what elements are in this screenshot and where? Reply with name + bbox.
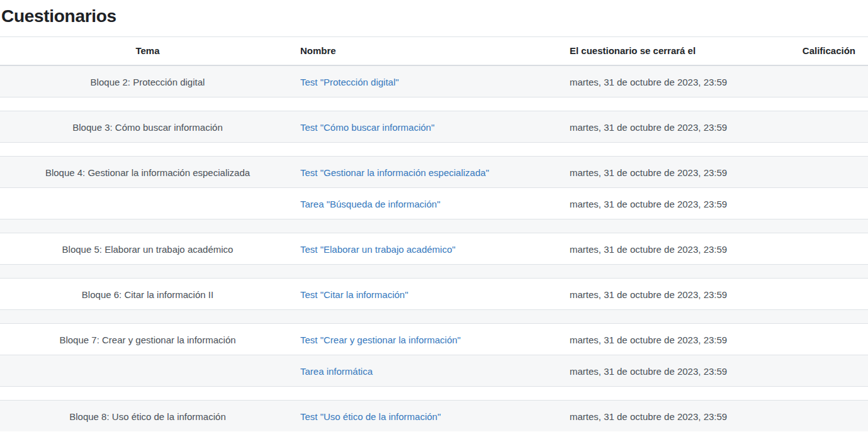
column-header-cierre: El cuestionario se cerrará el bbox=[565, 37, 743, 66]
cierre-cell: martes, 31 de octubre de 2023, 23:59 bbox=[565, 65, 743, 97]
cierre-cell: martes, 31 de octubre de 2023, 23:59 bbox=[565, 401, 743, 432]
activity-link[interactable]: Test "Crear y gestionar la información" bbox=[300, 335, 461, 345]
calificacion-cell bbox=[743, 65, 868, 97]
activity-link[interactable]: Test "Citar la información" bbox=[300, 289, 409, 300]
spacer-cell bbox=[0, 219, 868, 233]
nombre-cell: Test "Crear y gestionar la información" bbox=[295, 324, 565, 355]
calificacion-cell bbox=[743, 401, 868, 432]
activity-link[interactable]: Tarea "Búsqueda de información" bbox=[300, 199, 440, 209]
activity-link[interactable]: Tarea informática bbox=[300, 366, 373, 377]
tema-cell: Bloque 6: Citar la información II bbox=[0, 279, 295, 310]
nombre-cell: Test "Protección digital" bbox=[295, 65, 565, 97]
nombre-cell: Test "Elaborar un trabajo académico" bbox=[295, 233, 565, 265]
page-title: Cuestionarios bbox=[1, 6, 868, 27]
activity-link[interactable]: Test "Elaborar un trabajo académico" bbox=[300, 244, 456, 255]
calificacion-cell bbox=[743, 157, 868, 188]
spacer-cell bbox=[0, 387, 868, 401]
table-row: Bloque 7: Crear y gestionar la informaci… bbox=[0, 324, 868, 355]
spacer-row bbox=[0, 310, 868, 324]
table-row: Tarea "Búsqueda de información"martes, 3… bbox=[0, 188, 868, 219]
spacer-row bbox=[0, 143, 868, 157]
table-row: Bloque 6: Citar la información IITest "C… bbox=[0, 279, 868, 310]
tema-cell bbox=[0, 355, 295, 387]
calificacion-cell bbox=[743, 233, 868, 265]
activity-link[interactable]: Test "Gestionar la información especiali… bbox=[300, 167, 489, 178]
tema-cell: Bloque 2: Protección digital bbox=[0, 65, 295, 97]
activity-link[interactable]: Test "Uso ético de la información" bbox=[300, 411, 441, 422]
tema-cell: Bloque 5: Elaborar un trabajo académico bbox=[0, 233, 295, 265]
calificacion-cell bbox=[743, 324, 868, 355]
quiz-table: Tema Nombre El cuestionario se cerrará e… bbox=[0, 36, 868, 431]
tema-cell: Bloque 7: Crear y gestionar la informaci… bbox=[0, 324, 295, 355]
table-row: Bloque 4: Gestionar la información espec… bbox=[0, 157, 868, 188]
cierre-cell: martes, 31 de octubre de 2023, 23:59 bbox=[565, 233, 743, 265]
column-header-tema: Tema bbox=[0, 37, 295, 66]
calificacion-cell bbox=[743, 188, 868, 219]
cierre-cell: martes, 31 de octubre de 2023, 23:59 bbox=[565, 324, 743, 355]
quiz-table-body: Bloque 2: Protección digitalTest "Protec… bbox=[0, 65, 868, 431]
cierre-cell: martes, 31 de octubre de 2023, 23:59 bbox=[565, 355, 743, 387]
column-header-nombre: Nombre bbox=[295, 37, 565, 66]
calificacion-cell bbox=[743, 355, 868, 387]
cierre-cell: martes, 31 de octubre de 2023, 23:59 bbox=[565, 111, 743, 143]
cierre-cell: martes, 31 de octubre de 2023, 23:59 bbox=[565, 279, 743, 310]
spacer-row bbox=[0, 387, 868, 401]
spacer-row bbox=[0, 265, 868, 279]
table-row: Bloque 5: Elaborar un trabajo académicoT… bbox=[0, 233, 868, 265]
cierre-cell: martes, 31 de octubre de 2023, 23:59 bbox=[565, 157, 743, 188]
table-row: Bloque 3: Cómo buscar informaciónTest "C… bbox=[0, 111, 868, 143]
calificacion-cell bbox=[743, 279, 868, 310]
tema-cell bbox=[0, 188, 295, 219]
nombre-cell: Test "Citar la información" bbox=[295, 279, 565, 310]
spacer-cell bbox=[0, 143, 868, 157]
table-row: Bloque 8: Uso ético de la informaciónTes… bbox=[0, 401, 868, 432]
activity-link[interactable]: Test "Protección digital" bbox=[300, 77, 399, 87]
table-row: Tarea informáticamartes, 31 de octubre d… bbox=[0, 355, 868, 387]
table-row: Bloque 2: Protección digitalTest "Protec… bbox=[0, 65, 868, 97]
activity-link[interactable]: Test "Cómo buscar información" bbox=[300, 122, 434, 133]
tema-cell: Bloque 8: Uso ético de la información bbox=[0, 401, 295, 432]
header-row: Tema Nombre El cuestionario se cerrará e… bbox=[0, 37, 868, 66]
cierre-cell: martes, 31 de octubre de 2023, 23:59 bbox=[565, 188, 743, 219]
nombre-cell: Tarea "Búsqueda de información" bbox=[295, 188, 565, 219]
tema-cell: Bloque 4: Gestionar la información espec… bbox=[0, 157, 295, 188]
tema-cell: Bloque 3: Cómo buscar información bbox=[0, 111, 295, 143]
nombre-cell: Tarea informática bbox=[295, 355, 565, 387]
calificacion-cell bbox=[743, 111, 868, 143]
quiz-table-header: Tema Nombre El cuestionario se cerrará e… bbox=[0, 37, 868, 66]
spacer-row bbox=[0, 219, 868, 233]
spacer-cell bbox=[0, 265, 868, 279]
column-header-calificacion: Calificación bbox=[743, 37, 868, 66]
spacer-cell bbox=[0, 310, 868, 324]
spacer-row bbox=[0, 97, 868, 111]
nombre-cell: Test "Cómo buscar información" bbox=[295, 111, 565, 143]
nombre-cell: Test "Gestionar la información especiali… bbox=[295, 157, 565, 188]
spacer-cell bbox=[0, 97, 868, 111]
nombre-cell: Test "Uso ético de la información" bbox=[295, 401, 565, 432]
